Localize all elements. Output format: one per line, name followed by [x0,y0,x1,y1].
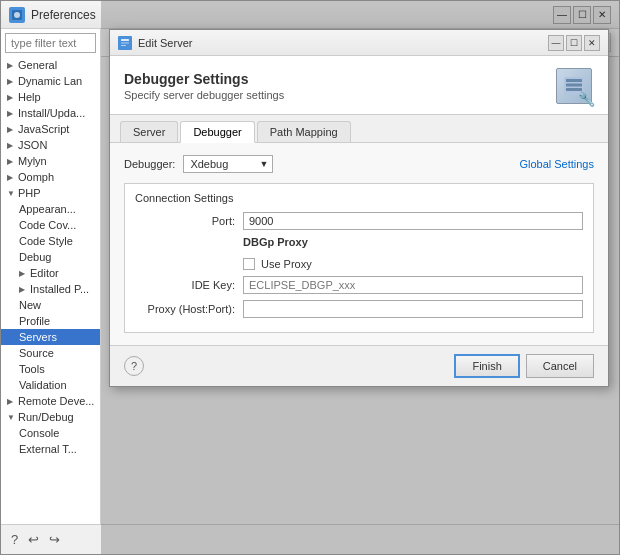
modal-title-icon [118,36,132,50]
expand-arrow: ▶ [7,109,15,118]
port-input[interactable] [243,212,583,230]
main-content: ▶ General ▶ Dynamic Lan ▶ Help ▶ Install… [1,29,619,524]
sidebar-item-run-debug[interactable]: ▼ Run/Debug [1,409,100,425]
tab-server[interactable]: Server [120,121,178,142]
sidebar-item-install[interactable]: ▶ Install/Upda... [1,105,100,121]
bottom-help-button[interactable]: ? [9,530,20,549]
sidebar-item-profile[interactable]: Profile [1,313,100,329]
sidebar-item-label: New [19,299,41,311]
sidebar-item-external-t[interactable]: External T... [1,441,100,457]
sidebar-item-new[interactable]: New [1,297,100,313]
sidebar-item-debug[interactable]: Debug [1,249,100,265]
sidebar-item-mylyn[interactable]: ▶ Mylyn [1,153,100,169]
modal-title-text: Edit Server [138,37,542,49]
sidebar-item-code-style[interactable]: Code Style [1,233,100,249]
sidebar: ▶ General ▶ Dynamic Lan ▶ Help ▶ Install… [1,29,101,524]
modal-body: Debugger: Xdebug ▼ Global Settings Conne… [110,143,608,345]
modal-minimize-btn[interactable]: — [548,35,564,51]
modal-header-left: Debugger Settings Specify server debugge… [124,71,284,101]
footer-buttons: Finish Cancel [454,354,594,378]
proxy-host-row: Proxy (Host:Port): [135,300,583,318]
modal-header: Debugger Settings Specify server debugge… [110,56,608,115]
sidebar-item-installed[interactable]: ▶ Installed P... [1,281,100,297]
sidebar-item-label: Validation [19,379,67,391]
sidebar-item-php[interactable]: ▼ PHP [1,185,100,201]
sidebar-item-dynamic-lan[interactable]: ▶ Dynamic Lan [1,73,100,89]
sidebar-item-editor[interactable]: ▶ Editor [1,265,100,281]
sidebar-item-label: Servers [19,331,57,343]
sidebar-item-validation[interactable]: Validation [1,377,100,393]
sidebar-item-tools[interactable]: Tools [1,361,100,377]
connection-settings-group: Connection Settings Port: DBGp Proxy [124,183,594,333]
sidebar-item-label: Installed P... [30,283,89,295]
modal-maximize-btn[interactable]: ☐ [566,35,582,51]
proxy-host-input[interactable] [243,300,583,318]
sidebar-item-label: Run/Debug [18,411,74,423]
sidebar-item-console[interactable]: Console [1,425,100,441]
tab-path-mapping[interactable]: Path Mapping [257,121,351,142]
sidebar-item-label: Editor [30,267,59,279]
sidebar-tree: ▶ General ▶ Dynamic Lan ▶ Help ▶ Install… [1,57,100,524]
restore-defaults-button[interactable]: ↩ [26,530,41,549]
modal-footer: ? Finish Cancel [110,345,608,386]
expand-arrow: ▶ [19,269,27,278]
sidebar-item-code-cov[interactable]: Code Cov... [1,217,100,233]
filter-input[interactable] [5,33,96,53]
sidebar-item-oomph[interactable]: ▶ Oomph [1,169,100,185]
sidebar-item-label: External T... [19,443,77,455]
sidebar-item-javascript[interactable]: ▶ JavaScript [1,121,100,137]
cancel-button[interactable]: Cancel [526,354,594,378]
tab-debugger[interactable]: Debugger [180,121,254,143]
ide-key-input[interactable] [243,276,583,294]
sidebar-item-label: Tools [19,363,45,375]
use-proxy-label: Use Proxy [261,258,312,270]
use-proxy-row: Use Proxy [135,258,583,270]
expand-arrow: ▶ [7,141,15,150]
expand-arrow: ▶ [7,77,15,86]
expand-arrow: ▶ [7,93,15,102]
sidebar-item-servers[interactable]: Servers [1,329,100,345]
expand-arrow: ▶ [7,61,15,70]
sidebar-item-label: Remote Deve... [18,395,94,407]
select-arrow-icon: ▼ [259,159,268,169]
ide-key-row: IDE Key: [135,276,583,294]
sidebar-item-general[interactable]: ▶ General [1,57,100,73]
sidebar-item-label: Code Style [19,235,73,247]
sidebar-item-label: Console [19,427,59,439]
modal-close-btn[interactable]: ✕ [584,35,600,51]
sidebar-item-label: Dynamic Lan [18,75,82,87]
modal-header-subtitle: Specify server debugger settings [124,89,284,101]
edit-server-modal: Edit Server — ☐ ✕ Debugger Settings Spec… [109,29,609,387]
debugger-row: Debugger: Xdebug ▼ Global Settings [124,155,594,173]
global-settings-link[interactable]: Global Settings [519,158,594,170]
main-panel: Servers ⬅▾ ➡▾ [101,29,619,524]
preferences-window: Preferences — ☐ ✕ ▶ General ▶ Dynamic La… [0,0,620,555]
expand-arrow: ▶ [7,173,15,182]
help-button[interactable]: ? [124,356,144,376]
dbgp-proxy-row: DBGp Proxy [135,236,583,252]
svg-point-1 [14,12,20,18]
debugger-select[interactable]: Xdebug ▼ [183,155,273,173]
sidebar-item-label: Install/Upda... [18,107,85,119]
port-row: Port: [135,212,583,230]
server-icon [556,68,592,104]
sidebar-item-label: JavaScript [18,123,69,135]
export-button[interactable]: ↪ [47,530,62,549]
sidebar-item-appearance[interactable]: Appearan... [1,201,100,217]
modal-tabs: Server Debugger Path Mapping [110,115,608,143]
svg-rect-5 [121,45,126,46]
sidebar-item-label: Appearan... [19,203,76,215]
modal-header-title: Debugger Settings [124,71,284,87]
sidebar-item-remote[interactable]: ▶ Remote Deve... [1,393,100,409]
sidebar-item-label: Code Cov... [19,219,76,231]
sidebar-item-help[interactable]: ▶ Help [1,89,100,105]
sidebar-item-label: Mylyn [18,155,47,167]
ide-key-label: IDE Key: [135,279,235,291]
svg-rect-7 [566,79,582,82]
use-proxy-checkbox[interactable] [243,258,255,270]
finish-button[interactable]: Finish [454,354,519,378]
sidebar-item-source[interactable]: Source [1,345,100,361]
modal-controls: — ☐ ✕ [548,35,600,51]
sidebar-item-label: General [18,59,57,71]
sidebar-item-json[interactable]: ▶ JSON [1,137,100,153]
